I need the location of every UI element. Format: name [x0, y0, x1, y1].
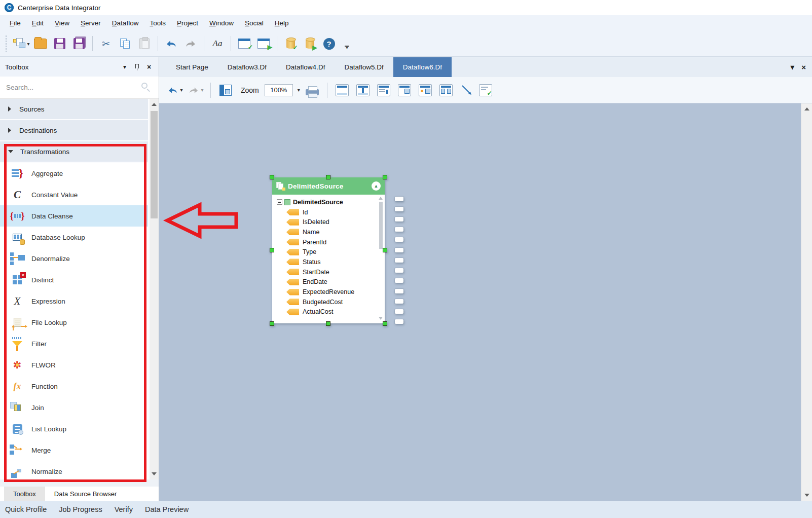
run-dataflow-button[interactable]: ▶: [255, 34, 272, 53]
node-field-row[interactable]: Id: [277, 207, 377, 217]
node-field-row[interactable]: Status: [277, 257, 377, 267]
toolbox-section-sources[interactable]: Sources: [0, 99, 148, 120]
menu-window[interactable]: Window: [204, 17, 239, 29]
undo-button[interactable]: [163, 34, 180, 53]
font-button[interactable]: Aa: [209, 34, 226, 53]
output-port[interactable]: [395, 309, 403, 314]
toolbar-overflow-button[interactable]: ▾: [345, 46, 349, 49]
layout-panel-double-button[interactable]: [437, 81, 455, 99]
database-import-button[interactable]: ▶: [301, 34, 318, 53]
menu-view[interactable]: View: [49, 17, 75, 29]
resize-handle[interactable]: [383, 175, 387, 179]
data-quality-button[interactable]: ✓: [479, 81, 497, 99]
delimited-source-node[interactable]: DelimitedSource ▲ DelimitedSource Id IsD…: [272, 177, 385, 323]
node-field-row[interactable]: BudgetedCost: [277, 297, 377, 307]
toolbox-item-function[interactable]: fx Function: [0, 376, 148, 397]
node-root-row[interactable]: DelimitedSource: [277, 197, 377, 207]
menu-edit[interactable]: Edit: [26, 17, 49, 29]
collapse-node-button[interactable]: ▲: [372, 181, 381, 191]
toolbox-item-merge[interactable]: Merge: [0, 439, 148, 461]
dataflow-canvas[interactable]: DelimitedSource ▲ DelimitedSource Id IsD…: [159, 103, 812, 501]
output-port[interactable]: [395, 207, 403, 211]
menu-dataflow[interactable]: Dataflow: [106, 17, 144, 29]
tab-dataflow3[interactable]: Dataflow3.Df: [218, 57, 276, 77]
menu-help[interactable]: Help: [269, 17, 294, 29]
tab-dataflow5[interactable]: Dataflow5.Df: [335, 57, 393, 77]
menu-file[interactable]: File: [4, 17, 26, 29]
new-dataflow-button[interactable]: ▾: [13, 34, 30, 53]
node-field-row[interactable]: EndDate: [277, 277, 377, 287]
status-data-preview[interactable]: Data Preview: [145, 505, 189, 513]
layout-list-button[interactable]: [375, 81, 392, 99]
toolbox-item-aggregate[interactable]: } Aggregate: [0, 163, 148, 184]
toolbar-grip[interactable]: [5, 35, 8, 52]
help-button[interactable]: ?: [320, 34, 338, 53]
pin-button[interactable]: [132, 63, 141, 70]
close-panel-button[interactable]: ×: [144, 63, 154, 71]
menu-project[interactable]: Project: [171, 17, 204, 29]
node-field-row[interactable]: Name: [277, 227, 377, 237]
output-port[interactable]: [395, 248, 403, 252]
scroll-up-icon[interactable]: [152, 103, 157, 106]
menu-server[interactable]: Server: [75, 17, 106, 29]
close-tab-button[interactable]: ×: [801, 63, 806, 71]
tab-list-button[interactable]: ▾: [790, 62, 794, 72]
resize-handle[interactable]: [270, 321, 274, 326]
canvas-redo-button[interactable]: ▾: [187, 81, 204, 99]
toolbox-item-filter[interactable]: Filter: [0, 333, 148, 354]
output-port[interactable]: [395, 299, 403, 304]
search-input[interactable]: [6, 84, 133, 91]
verify-dataflow-button[interactable]: ✓: [236, 34, 253, 53]
output-port[interactable]: [395, 289, 403, 293]
status-job-progress[interactable]: Job Progress: [59, 505, 102, 513]
toolbox-item-expression[interactable]: X Expression: [0, 290, 148, 312]
tab-dataflow6[interactable]: Dataflow6.Df: [393, 57, 452, 77]
zoom-fit-button[interactable]: [217, 81, 234, 99]
node-field-row[interactable]: ExpectedRevenue: [277, 287, 377, 297]
status-quick-profile[interactable]: Quick Profile: [5, 505, 47, 513]
node-field-row[interactable]: ParentId: [277, 237, 377, 247]
toolbox-item-flwor[interactable]: ✱ FLWOR: [0, 354, 148, 376]
toolbox-item-constant-value[interactable]: C Constant Value: [0, 184, 148, 205]
copy-button[interactable]: [117, 34, 134, 53]
toolbox-item-list-lookup[interactable]: List Lookup: [0, 418, 148, 439]
resize-handle[interactable]: [270, 248, 274, 252]
scrollbar-thumb[interactable]: [379, 202, 383, 249]
output-port[interactable]: [395, 268, 403, 273]
toolbox-scrollbar[interactable]: [150, 99, 159, 479]
collapse-tree-icon[interactable]: [277, 199, 282, 205]
scroll-up-icon[interactable]: [379, 197, 383, 200]
redo-button[interactable]: [182, 34, 199, 53]
zoom-dropdown-button[interactable]: ▾: [298, 87, 300, 93]
save-all-button[interactable]: [70, 34, 88, 53]
draw-link-button[interactable]: [458, 81, 475, 99]
bottom-tab-data-source-browser[interactable]: Data Source Browser: [45, 487, 126, 501]
tab-dataflow4[interactable]: Dataflow4.Df: [276, 57, 335, 77]
canvas-undo-button[interactable]: ▾: [166, 81, 183, 99]
output-port[interactable]: [395, 237, 403, 242]
toolbox-item-distinct[interactable]: × Distinct: [0, 269, 148, 290]
output-port[interactable]: [395, 197, 403, 201]
resize-handle[interactable]: [383, 321, 387, 326]
toolbox-item-data-cleanse[interactable]: {} Data Cleanse: [0, 205, 148, 227]
node-field-row[interactable]: StartDate: [277, 267, 377, 277]
node-scrollbar[interactable]: [379, 197, 383, 320]
toolbox-item-join[interactable]: Join: [0, 397, 148, 418]
layout-horizontal-button[interactable]: [334, 81, 351, 99]
output-port[interactable]: [395, 258, 403, 263]
layout-vertical-button[interactable]: [354, 81, 372, 99]
status-verify[interactable]: Verify: [115, 505, 133, 513]
toolbox-item-database-lookup[interactable]: Database Lookup: [0, 227, 148, 248]
panel-menu-button[interactable]: ▾: [120, 63, 129, 70]
cut-button[interactable]: ✂: [97, 34, 115, 53]
toolbox-item-denormalize[interactable]: Denormalize: [0, 248, 148, 269]
chevron-down-icon[interactable]: ▾: [180, 87, 182, 93]
toolbox-item-normalize[interactable]: Normalize: [0, 461, 148, 479]
menu-social[interactable]: Social: [239, 17, 269, 29]
open-button[interactable]: [32, 34, 49, 53]
scroll-down-icon[interactable]: [152, 472, 157, 475]
toolbox-item-file-lookup[interactable]: File Lookup: [0, 312, 148, 333]
bottom-tab-toolbox[interactable]: Toolbox: [4, 487, 45, 501]
tab-start-page[interactable]: Start Page: [166, 57, 218, 77]
menu-tools[interactable]: Tools: [144, 17, 171, 29]
